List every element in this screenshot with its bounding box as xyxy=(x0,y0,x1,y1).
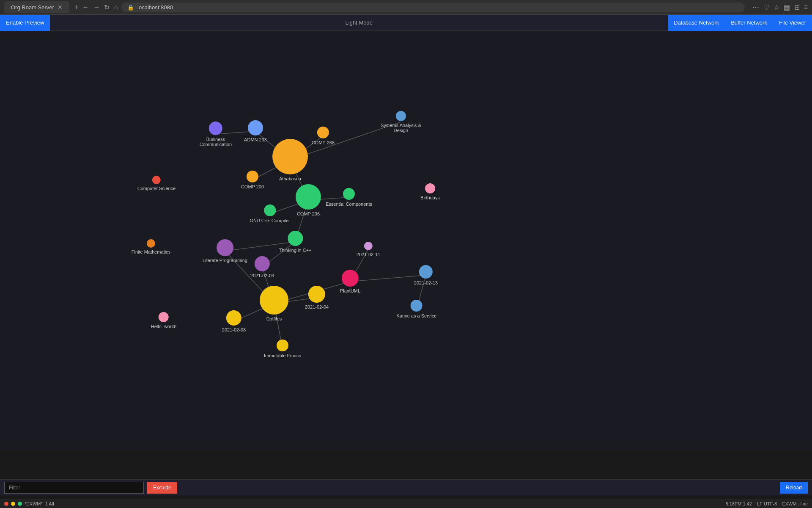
status-left: *EXWM* 1 All xyxy=(4,501,54,506)
node-2021-02-11[interactable]: 2021-02-11 xyxy=(357,242,380,257)
sidebar-icon[interactable]: ▤ xyxy=(784,3,790,11)
filter-input[interactable] xyxy=(4,482,144,494)
node-comp206[interactable]: COMP 206 xyxy=(296,184,321,216)
encoding-label: LF UTF-8 xyxy=(757,501,777,506)
db-network-button[interactable]: Database Network xyxy=(668,15,725,31)
node-circle-computer-science xyxy=(152,176,161,184)
graph-area[interactable]: BusinessCommunicationADMN 233COMP 268Sys… xyxy=(0,31,812,450)
node-plantuml[interactable]: PlantUML xyxy=(340,270,360,293)
node-2021-02-04[interactable]: 2021-02-04 xyxy=(305,286,329,309)
node-circle-finite-math xyxy=(147,239,155,248)
node-label-systems-analysis: Systems Analysis &Design xyxy=(381,123,421,133)
toolbar-left: Enable Preview xyxy=(0,15,50,31)
node-circle-immutable-emacs xyxy=(277,340,288,351)
node-label-admn233: ADMN 233 xyxy=(244,137,267,142)
node-circle-kanye xyxy=(411,300,422,312)
node-comp268[interactable]: COMP 268 xyxy=(312,127,335,145)
node-finite-math[interactable]: Finite Mathematics xyxy=(132,239,170,254)
node-athabasca[interactable]: Athabasca xyxy=(272,139,308,181)
node-label-kanye: Kanye as a Service xyxy=(397,313,437,318)
node-circle-gnu-cpp xyxy=(264,204,276,216)
node-immutable-emacs[interactable]: Immutable Emacs xyxy=(264,340,301,358)
toolbar-right: Database Network Buffer Network File Vie… xyxy=(668,15,812,31)
reload-button[interactable]: Reload xyxy=(780,482,808,494)
node-circle-business-comm xyxy=(209,121,222,135)
address-bar[interactable]: 🔒 localhost:8080 xyxy=(121,3,745,12)
node-label-hello-world: Hello, world! xyxy=(151,324,177,329)
tab-title: Org Roam Server xyxy=(11,4,54,11)
node-hello-world[interactable]: Hello, world! xyxy=(151,312,177,329)
file-viewer-button[interactable]: File Viewer xyxy=(773,15,812,31)
node-label-athabasca: Athabasca xyxy=(279,176,301,181)
security-icon: 🔒 xyxy=(127,4,134,11)
time-label: 8:18PM 1.42 xyxy=(726,501,752,506)
node-label-2021-02-13: 2021-02-13 xyxy=(414,280,438,285)
node-essential-comp[interactable]: Essential Components xyxy=(326,188,372,207)
bottom-bar: Exclude Reload xyxy=(0,479,812,495)
home-button[interactable]: ⌂ xyxy=(114,3,118,11)
node-circle-thinking-cpp xyxy=(288,231,303,246)
node-circle-2021-02-04 xyxy=(308,286,325,303)
node-label-business-comm: BusinessCommunication xyxy=(200,137,232,147)
back-button[interactable]: ← xyxy=(82,3,89,11)
new-tab-button[interactable]: + xyxy=(74,3,79,12)
fullscreen-icon[interactable]: ⊞ xyxy=(794,3,800,11)
menu-icon[interactable]: ≡ xyxy=(804,3,808,11)
node-label-thinking-cpp: Thinking in C++ xyxy=(279,248,311,253)
node-circle-essential-comp xyxy=(343,188,355,200)
more-icon[interactable]: ⋯ xyxy=(752,3,759,11)
node-birthdays[interactable]: Birthdays xyxy=(420,183,440,200)
node-label-2021-02-11: 2021-02-11 xyxy=(357,252,380,257)
node-dotfiles[interactable]: Dotfiles xyxy=(260,286,288,321)
node-label-2021-02-04: 2021-02-04 xyxy=(305,304,329,309)
toolbar-center: Light Mode xyxy=(50,19,668,26)
node-circle-athabasca xyxy=(272,139,308,174)
node-gnu-cpp[interactable]: GNU C++ Compiler xyxy=(250,204,290,223)
app-toolbar: Enable Preview Light Mode Database Netwo… xyxy=(0,15,812,31)
forward-button[interactable]: → xyxy=(93,3,100,11)
node-circle-2021-02-08 xyxy=(226,310,241,326)
node-circle-2021-02-13 xyxy=(419,265,433,279)
node-label-immutable-emacs: Immutable Emacs xyxy=(264,353,301,358)
node-label-essential-comp: Essential Components xyxy=(326,202,372,207)
nav-icons: ← → ↻ ⌂ xyxy=(82,3,118,11)
node-2021-02-13[interactable]: 2021-02-13 xyxy=(414,265,438,285)
node-circle-literate-prog xyxy=(217,239,233,256)
node-kanye[interactable]: Kanye as a Service xyxy=(397,300,437,318)
node-label-gnu-cpp: GNU C++ Compiler xyxy=(250,218,290,223)
status-dot-yellow xyxy=(11,502,15,506)
node-label-computer-science: Computer Science xyxy=(137,186,176,191)
node-label-birthdays: Birthdays xyxy=(420,195,440,200)
exwm-label: *EXWM* xyxy=(25,501,43,506)
node-circle-2021-02-03 xyxy=(255,256,270,271)
node-circle-2021-02-11 xyxy=(364,242,373,250)
node-2021-02-03[interactable]: 2021-02-03 xyxy=(250,256,274,278)
node-label-2021-02-08: 2021-02-08 xyxy=(222,327,246,332)
node-circle-systems-analysis xyxy=(396,111,406,121)
star-icon[interactable]: ☆ xyxy=(774,3,779,11)
browser-tab[interactable]: Org Roam Server ✕ xyxy=(4,1,69,13)
node-thinking-cpp[interactable]: Thinking in C++ xyxy=(279,231,311,253)
node-literate-prog[interactable]: Literate Programming xyxy=(203,239,247,263)
browser-chrome: Org Roam Server ✕ + ← → ↻ ⌂ 🔒 localhost:… xyxy=(0,0,812,15)
tab-close-icon[interactable]: ✕ xyxy=(58,4,63,11)
node-systems-analysis[interactable]: Systems Analysis &Design xyxy=(381,111,421,133)
status-right: 8:18PM 1.42 LF UTF-8 EXWM : line xyxy=(726,501,808,506)
node-2021-02-08[interactable]: 2021-02-08 xyxy=(222,310,246,332)
node-circle-dotfiles xyxy=(260,286,288,315)
node-circle-admn233 xyxy=(248,120,263,135)
exclude-button[interactable]: Exclude xyxy=(147,482,177,494)
node-circle-hello-world xyxy=(159,312,169,322)
light-mode-label: Light Mode xyxy=(346,19,373,26)
buffer-network-button[interactable]: Buffer Network xyxy=(725,15,773,31)
status-dot-green xyxy=(18,502,22,506)
graph-edges xyxy=(0,31,812,450)
node-admn233[interactable]: ADMN 233 xyxy=(244,120,267,142)
node-business-comm[interactable]: BusinessCommunication xyxy=(200,121,232,147)
node-comp200[interactable]: COMP 200 xyxy=(241,171,264,189)
node-computer-science[interactable]: Computer Science xyxy=(137,176,176,191)
enable-preview-button[interactable]: Enable Preview xyxy=(0,15,50,31)
reload-button[interactable]: ↻ xyxy=(104,3,110,11)
pocket-icon[interactable]: ♡ xyxy=(763,3,769,11)
workspace-label: 1 All xyxy=(45,501,54,506)
